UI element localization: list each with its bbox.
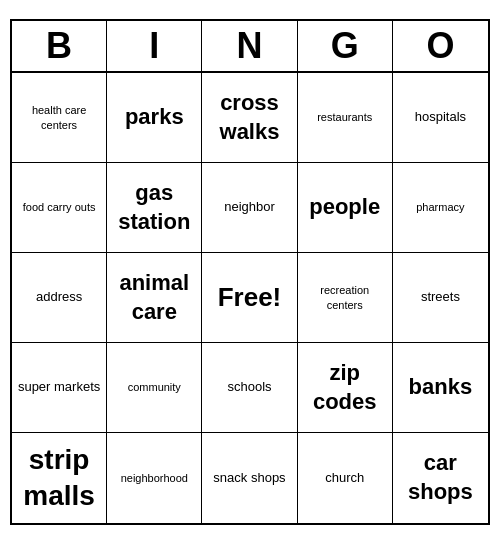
bingo-cell: hospitals (393, 73, 488, 163)
header-letter: N (202, 21, 297, 71)
bingo-cell: Free! (202, 253, 297, 343)
header-letter: I (107, 21, 202, 71)
bingo-cell: streets (393, 253, 488, 343)
bingo-cell: car shops (393, 433, 488, 523)
bingo-cell: snack shops (202, 433, 297, 523)
bingo-cell: health care centers (12, 73, 107, 163)
bingo-grid: health care centersparkscross walksresta… (12, 73, 488, 523)
bingo-card: BINGO health care centersparkscross walk… (10, 19, 490, 525)
bingo-cell: church (298, 433, 393, 523)
bingo-cell: zip codes (298, 343, 393, 433)
bingo-cell: recreation centers (298, 253, 393, 343)
bingo-cell: gas station (107, 163, 202, 253)
bingo-cell: community (107, 343, 202, 433)
bingo-cell: neighborhood (107, 433, 202, 523)
bingo-header: BINGO (12, 21, 488, 73)
bingo-cell: parks (107, 73, 202, 163)
bingo-cell: strip malls (12, 433, 107, 523)
bingo-cell: pharmacy (393, 163, 488, 253)
header-letter: B (12, 21, 107, 71)
bingo-cell: schools (202, 343, 297, 433)
bingo-cell: super markets (12, 343, 107, 433)
bingo-cell: food carry outs (12, 163, 107, 253)
bingo-cell: restaurants (298, 73, 393, 163)
bingo-cell: address (12, 253, 107, 343)
bingo-cell: neighbor (202, 163, 297, 253)
bingo-cell: animal care (107, 253, 202, 343)
bingo-cell: banks (393, 343, 488, 433)
bingo-cell: cross walks (202, 73, 297, 163)
header-letter: G (298, 21, 393, 71)
bingo-cell: people (298, 163, 393, 253)
header-letter: O (393, 21, 488, 71)
